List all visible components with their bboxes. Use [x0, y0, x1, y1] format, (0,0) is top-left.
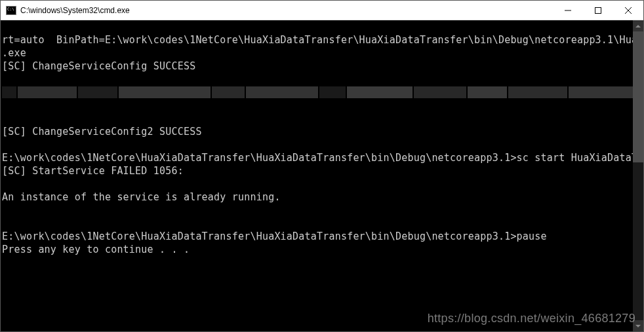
- scroll-down-button[interactable]: [633, 320, 643, 331]
- output-line: [SC] StartService FAILED 1056:: [2, 165, 184, 177]
- output-line: rt=auto BinPath=E:\work\codes\1NetCore\H…: [2, 34, 643, 46]
- output-line: Press any key to continue . . .: [2, 244, 190, 255]
- minimize-button[interactable]: [553, 1, 583, 20]
- scroll-thumb[interactable]: [633, 31, 643, 162]
- scroll-track[interactable]: [633, 31, 643, 320]
- watermark-text: https://blog.csdn.net/weixin_46681279: [428, 312, 635, 325]
- output-line: E:\work\codes\1NetCore\HuaXiaDataTransfe…: [2, 152, 643, 164]
- svg-marker-5: [635, 325, 641, 327]
- terminal-area[interactable]: rt=auto BinPath=E:\work\codes\1NetCore\H…: [1, 20, 643, 331]
- scroll-up-button[interactable]: [633, 20, 643, 31]
- svg-marker-4: [635, 25, 641, 28]
- titlebar[interactable]: C:\windows\System32\cmd.exe: [1, 1, 643, 20]
- output-line: An instance of the service is already ru…: [2, 191, 281, 203]
- maximize-button[interactable]: [583, 1, 613, 20]
- window-controls: [553, 1, 643, 20]
- svg-rect-1: [595, 7, 601, 13]
- scrollbar[interactable]: [633, 20, 643, 331]
- cmd-icon: [6, 6, 16, 15]
- output-line: [SC] ChangeServiceConfig SUCCESS: [2, 60, 195, 72]
- window-title: C:\windows\System32\cmd.exe: [20, 6, 553, 15]
- output-line: E:\work\codes\1NetCore\HuaXiaDataTransfe…: [2, 231, 547, 242]
- cmd-window: C:\windows\System32\cmd.exe rt=auto BinP…: [0, 0, 644, 332]
- redacted-line: [2, 86, 642, 99]
- close-button[interactable]: [613, 1, 643, 20]
- output-line: [SC] ChangeServiceConfig2 SUCCESS: [2, 126, 202, 138]
- output-line: .exe: [2, 47, 26, 59]
